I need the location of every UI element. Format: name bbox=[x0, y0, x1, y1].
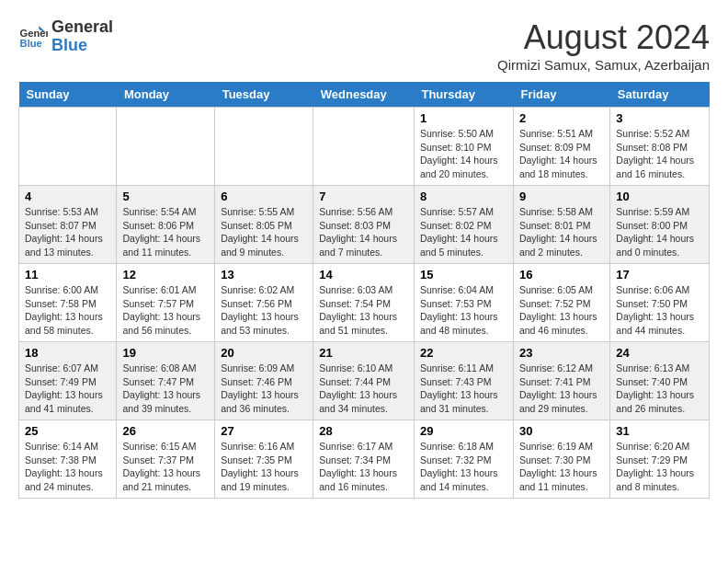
day-number: 5 bbox=[122, 190, 209, 203]
day-number: 23 bbox=[519, 346, 604, 360]
calendar-cell: 14Sunrise: 6:03 AMSunset: 7:54 PMDayligh… bbox=[313, 264, 415, 342]
weekday-header-monday: Monday bbox=[117, 82, 215, 108]
day-number: 3 bbox=[616, 111, 703, 125]
day-number: 12 bbox=[122, 268, 209, 282]
calendar-cell: 18Sunrise: 6:07 AMSunset: 7:49 PMDayligh… bbox=[19, 342, 117, 420]
day-info: Sunrise: 6:06 AMSunset: 7:50 PMDaylight:… bbox=[616, 283, 703, 338]
day-info: Sunrise: 6:15 AMSunset: 7:37 PMDaylight:… bbox=[122, 440, 209, 494]
calendar-cell: 17Sunrise: 6:06 AMSunset: 7:50 PMDayligh… bbox=[610, 264, 710, 342]
calendar-cell: 28Sunrise: 6:17 AMSunset: 7:34 PMDayligh… bbox=[313, 420, 415, 499]
day-number: 31 bbox=[616, 424, 703, 438]
logo-icon: General Blue bbox=[18, 22, 48, 52]
calendar-cell: 25Sunrise: 6:14 AMSunset: 7:38 PMDayligh… bbox=[19, 420, 117, 499]
day-number: 7 bbox=[319, 190, 408, 203]
calendar-table: SundayMondayTuesdayWednesdayThursdayFrid… bbox=[18, 82, 710, 499]
calendar-cell bbox=[215, 108, 313, 186]
day-info: Sunrise: 6:10 AMSunset: 7:44 PMDaylight:… bbox=[319, 362, 408, 416]
weekday-header-row: SundayMondayTuesdayWednesdayThursdayFrid… bbox=[19, 82, 710, 108]
day-number: 20 bbox=[221, 346, 307, 360]
calendar-cell: 29Sunrise: 6:18 AMSunset: 7:32 PMDayligh… bbox=[414, 420, 513, 499]
calendar-cell: 12Sunrise: 6:01 AMSunset: 7:57 PMDayligh… bbox=[117, 264, 215, 342]
day-number: 2 bbox=[519, 111, 604, 125]
weekday-header-saturday: Saturday bbox=[610, 82, 710, 108]
day-info: Sunrise: 5:57 AMSunset: 8:02 PMDaylight:… bbox=[420, 205, 507, 259]
calendar-cell bbox=[313, 108, 415, 186]
day-info: Sunrise: 6:19 AMSunset: 7:30 PMDaylight:… bbox=[519, 440, 604, 494]
day-number: 10 bbox=[616, 190, 703, 203]
page-header: General Blue General Blue August 2024 Qi… bbox=[18, 18, 710, 73]
calendar-cell: 26Sunrise: 6:15 AMSunset: 7:37 PMDayligh… bbox=[117, 420, 215, 499]
day-number: 17 bbox=[616, 268, 703, 282]
calendar-cell: 7Sunrise: 5:56 AMSunset: 8:03 PMDaylight… bbox=[313, 186, 415, 264]
calendar-cell: 2Sunrise: 5:51 AMSunset: 8:09 PMDaylight… bbox=[513, 108, 609, 186]
calendar-cell bbox=[117, 108, 215, 186]
svg-text:Blue: Blue bbox=[20, 38, 42, 49]
calendar-cell: 10Sunrise: 5:59 AMSunset: 8:00 PMDayligh… bbox=[610, 186, 710, 264]
week-row-5: 25Sunrise: 6:14 AMSunset: 7:38 PMDayligh… bbox=[19, 420, 710, 499]
day-info: Sunrise: 6:13 AMSunset: 7:40 PMDaylight:… bbox=[616, 362, 703, 416]
title-block: August 2024 Qirmizi Samux, Samux, Azerba… bbox=[497, 18, 710, 73]
week-row-4: 18Sunrise: 6:07 AMSunset: 7:49 PMDayligh… bbox=[19, 342, 710, 420]
calendar-cell bbox=[19, 108, 117, 186]
day-number: 28 bbox=[319, 424, 408, 438]
week-row-2: 4Sunrise: 5:53 AMSunset: 8:07 PMDaylight… bbox=[19, 186, 710, 264]
day-number: 11 bbox=[25, 268, 110, 282]
day-info: Sunrise: 5:50 AMSunset: 8:10 PMDaylight:… bbox=[420, 127, 507, 181]
calendar-cell: 31Sunrise: 6:20 AMSunset: 7:29 PMDayligh… bbox=[610, 420, 710, 499]
month-year-title: August 2024 bbox=[497, 18, 710, 57]
day-info: Sunrise: 6:12 AMSunset: 7:41 PMDaylight:… bbox=[519, 362, 604, 416]
day-number: 22 bbox=[420, 346, 507, 360]
calendar-cell: 8Sunrise: 5:57 AMSunset: 8:02 PMDaylight… bbox=[414, 186, 513, 264]
week-row-1: 1Sunrise: 5:50 AMSunset: 8:10 PMDaylight… bbox=[19, 108, 710, 186]
day-info: Sunrise: 6:02 AMSunset: 7:56 PMDaylight:… bbox=[221, 283, 307, 338]
calendar-cell: 9Sunrise: 5:58 AMSunset: 8:01 PMDaylight… bbox=[513, 186, 609, 264]
day-info: Sunrise: 5:52 AMSunset: 8:08 PMDaylight:… bbox=[616, 127, 703, 181]
day-info: Sunrise: 5:51 AMSunset: 8:09 PMDaylight:… bbox=[519, 127, 604, 181]
day-number: 24 bbox=[616, 346, 703, 360]
day-number: 19 bbox=[122, 346, 209, 360]
week-row-3: 11Sunrise: 6:00 AMSunset: 7:58 PMDayligh… bbox=[19, 264, 710, 342]
day-info: Sunrise: 6:03 AMSunset: 7:54 PMDaylight:… bbox=[319, 283, 408, 338]
logo: General Blue General Blue bbox=[18, 18, 113, 55]
weekday-header-sunday: Sunday bbox=[19, 82, 117, 108]
calendar-cell: 1Sunrise: 5:50 AMSunset: 8:10 PMDaylight… bbox=[414, 108, 513, 186]
calendar-cell: 27Sunrise: 6:16 AMSunset: 7:35 PMDayligh… bbox=[215, 420, 313, 499]
day-info: Sunrise: 5:56 AMSunset: 8:03 PMDaylight:… bbox=[319, 205, 408, 259]
calendar-cell: 13Sunrise: 6:02 AMSunset: 7:56 PMDayligh… bbox=[215, 264, 313, 342]
day-info: Sunrise: 6:14 AMSunset: 7:38 PMDaylight:… bbox=[25, 440, 110, 494]
day-info: Sunrise: 6:08 AMSunset: 7:47 PMDaylight:… bbox=[122, 362, 209, 416]
calendar-cell: 21Sunrise: 6:10 AMSunset: 7:44 PMDayligh… bbox=[313, 342, 415, 420]
day-number: 9 bbox=[519, 190, 604, 203]
day-number: 15 bbox=[420, 268, 507, 282]
day-info: Sunrise: 5:54 AMSunset: 8:06 PMDaylight:… bbox=[122, 205, 209, 259]
day-info: Sunrise: 6:01 AMSunset: 7:57 PMDaylight:… bbox=[122, 283, 209, 338]
calendar-cell: 30Sunrise: 6:19 AMSunset: 7:30 PMDayligh… bbox=[513, 420, 609, 499]
calendar-cell: 5Sunrise: 5:54 AMSunset: 8:06 PMDaylight… bbox=[117, 186, 215, 264]
day-number: 4 bbox=[25, 190, 110, 203]
calendar-cell: 20Sunrise: 6:09 AMSunset: 7:46 PMDayligh… bbox=[215, 342, 313, 420]
location-text: Qirmizi Samux, Samux, Azerbaijan bbox=[497, 57, 710, 73]
day-number: 29 bbox=[420, 424, 507, 438]
calendar-cell: 22Sunrise: 6:11 AMSunset: 7:43 PMDayligh… bbox=[414, 342, 513, 420]
day-info: Sunrise: 5:53 AMSunset: 8:07 PMDaylight:… bbox=[25, 205, 110, 259]
calendar-cell: 3Sunrise: 5:52 AMSunset: 8:08 PMDaylight… bbox=[610, 108, 710, 186]
day-number: 8 bbox=[420, 190, 507, 203]
day-number: 27 bbox=[221, 424, 307, 438]
day-info: Sunrise: 5:59 AMSunset: 8:00 PMDaylight:… bbox=[616, 205, 703, 259]
svg-text:General: General bbox=[20, 28, 48, 39]
calendar-cell: 11Sunrise: 6:00 AMSunset: 7:58 PMDayligh… bbox=[19, 264, 117, 342]
calendar-cell: 4Sunrise: 5:53 AMSunset: 8:07 PMDaylight… bbox=[19, 186, 117, 264]
day-number: 1 bbox=[420, 111, 507, 125]
weekday-header-wednesday: Wednesday bbox=[313, 82, 415, 108]
weekday-header-tuesday: Tuesday bbox=[215, 82, 313, 108]
day-number: 14 bbox=[319, 268, 408, 282]
day-info: Sunrise: 6:04 AMSunset: 7:53 PMDaylight:… bbox=[420, 283, 507, 338]
calendar-cell: 15Sunrise: 6:04 AMSunset: 7:53 PMDayligh… bbox=[414, 264, 513, 342]
day-info: Sunrise: 5:55 AMSunset: 8:05 PMDaylight:… bbox=[221, 205, 307, 259]
day-number: 30 bbox=[519, 424, 604, 438]
weekday-header-thursday: Thursday bbox=[414, 82, 513, 108]
day-number: 21 bbox=[319, 346, 408, 360]
day-info: Sunrise: 6:05 AMSunset: 7:52 PMDaylight:… bbox=[519, 283, 604, 338]
day-number: 13 bbox=[221, 268, 307, 282]
day-number: 18 bbox=[25, 346, 110, 360]
